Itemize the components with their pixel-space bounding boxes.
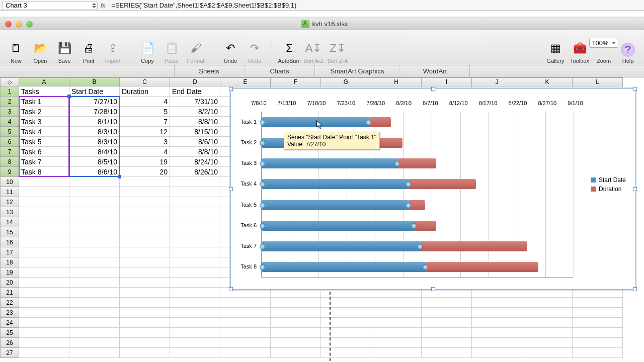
cell[interactable] (573, 318, 623, 328)
column-header[interactable]: D (170, 77, 220, 86)
cell[interactable] (120, 217, 170, 227)
bar-duration[interactable] (408, 179, 476, 189)
cell[interactable] (522, 348, 573, 358)
cell[interactable] (170, 177, 220, 187)
bar-duration[interactable] (368, 117, 391, 127)
row-header[interactable]: 8 (0, 157, 19, 167)
gantt-bar-row[interactable] (262, 179, 574, 189)
cell[interactable]: 12 (120, 127, 170, 137)
cell[interactable] (220, 348, 271, 358)
chart-resize-handle[interactable] (633, 87, 637, 91)
cell[interactable] (422, 348, 472, 358)
cell[interactable]: 8/26/10 (170, 167, 220, 177)
cell[interactable] (120, 187, 170, 197)
column-header[interactable]: B (69, 77, 120, 86)
chart-resize-handle[interactable] (229, 287, 233, 291)
row-header[interactable]: 1 (0, 86, 19, 97)
cell[interactable] (19, 267, 69, 278)
cell[interactable]: Task 3 (19, 117, 69, 127)
tab-wordart[interactable]: WordArt (399, 65, 470, 77)
cell[interactable] (170, 237, 220, 247)
gantt-bar-row[interactable] (262, 200, 574, 210)
gallery-button[interactable]: ▦Gallery (543, 40, 568, 64)
cell[interactable] (271, 348, 321, 358)
bar-start-date[interactable] (262, 117, 369, 127)
bar-start-date[interactable] (262, 221, 415, 231)
bar-start-date[interactable] (262, 200, 409, 210)
cell[interactable] (19, 177, 69, 187)
cell[interactable]: Task 2 (19, 107, 69, 117)
chart-resize-handle[interactable] (633, 287, 637, 291)
cell[interactable] (573, 328, 623, 338)
cell[interactable] (422, 318, 472, 328)
cell[interactable] (69, 187, 120, 197)
row-header[interactable]: 3 (0, 107, 19, 117)
cell[interactable] (170, 267, 220, 278)
zoom-selector[interactable]: 100% (589, 38, 618, 48)
bar-start-date[interactable] (262, 241, 421, 251)
cell[interactable] (120, 348, 170, 358)
cell[interactable] (573, 338, 623, 348)
cell[interactable] (170, 308, 220, 318)
copy-button[interactable]: 📄Copy (135, 40, 159, 64)
cell[interactable] (220, 318, 271, 328)
cell[interactable] (120, 237, 170, 247)
tab-smartart-graphics[interactable]: SmartArt Graphics (315, 65, 400, 77)
cell[interactable] (170, 338, 220, 348)
cell[interactable] (69, 298, 120, 308)
cell[interactable] (371, 328, 422, 338)
cell[interactable] (69, 207, 120, 217)
row-header[interactable]: 2 (0, 97, 19, 107)
row-header[interactable]: 27 (0, 348, 19, 358)
cell[interactable] (120, 197, 170, 207)
cell[interactable]: 8/3/10 (69, 137, 120, 147)
tab-charts[interactable]: Charts (245, 65, 315, 77)
bar-duration[interactable] (425, 262, 538, 272)
cell[interactable] (120, 308, 170, 318)
cell[interactable]: 20 (120, 167, 170, 177)
row-header[interactable]: 22 (0, 298, 19, 308)
cell[interactable] (522, 298, 573, 308)
row-header[interactable]: 10 (0, 177, 19, 187)
cell[interactable]: Task 6 (19, 147, 69, 157)
cell[interactable] (69, 308, 120, 318)
cell[interactable] (371, 318, 422, 328)
cell[interactable] (120, 177, 170, 187)
row-header[interactable]: 20 (0, 278, 19, 288)
cell[interactable] (19, 318, 69, 328)
cell[interactable] (170, 247, 220, 257)
name-box-stepper[interactable] (92, 3, 96, 8)
cell[interactable] (271, 308, 321, 318)
bar-start-date[interactable] (262, 179, 409, 189)
cell[interactable]: 7/31/10 (170, 97, 220, 107)
cell[interactable] (19, 328, 69, 338)
row-header[interactable]: 18 (0, 257, 19, 267)
cell[interactable]: Task 7 (19, 157, 69, 167)
cell[interactable] (271, 328, 321, 338)
cell[interactable] (422, 328, 472, 338)
cell[interactable] (120, 267, 170, 278)
select-all-corner[interactable]: ◇ (0, 77, 19, 86)
cell[interactable] (472, 298, 522, 308)
cell[interactable] (69, 288, 120, 298)
chart-resize-handle[interactable] (431, 87, 435, 91)
cell[interactable] (522, 338, 573, 348)
cell[interactable]: Start Date (69, 86, 120, 97)
cell[interactable]: 19 (120, 157, 170, 167)
cell[interactable] (19, 288, 69, 298)
cell[interactable] (120, 318, 170, 328)
cell[interactable]: 8/15/10 (170, 127, 220, 137)
cell[interactable] (472, 348, 522, 358)
save-button[interactable]: 💾Save (52, 40, 76, 64)
print-button[interactable]: 🖨Print (76, 40, 101, 64)
cell[interactable] (69, 217, 120, 227)
close-window-icon[interactable] (5, 21, 12, 27)
cell[interactable] (19, 207, 69, 217)
row-header[interactable]: 9 (0, 167, 19, 177)
cell[interactable] (120, 338, 170, 348)
cell[interactable] (321, 338, 371, 348)
cell[interactable] (120, 278, 170, 288)
row-header[interactable]: 26 (0, 338, 19, 348)
cell[interactable]: 8/2/10 (170, 107, 220, 117)
cell[interactable] (69, 318, 120, 328)
